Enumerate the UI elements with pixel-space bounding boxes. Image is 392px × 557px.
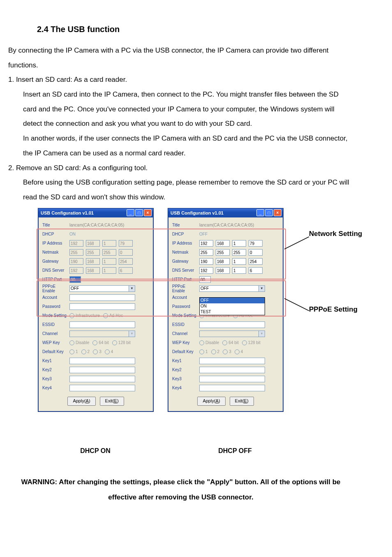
netmask-input[interactable]: 255 255 255 0 xyxy=(199,249,263,256)
minimize-icon[interactable]: _ xyxy=(127,209,134,216)
essid-input[interactable] xyxy=(69,321,135,328)
dns-input[interactable]: 192 168 1 6 xyxy=(199,267,263,274)
label-ip: IP Address xyxy=(42,241,69,245)
radio-adhoc xyxy=(103,313,108,318)
label-key3: Key3 xyxy=(42,377,69,381)
label-key1: Key1 xyxy=(42,358,69,363)
pppoe-option-off[interactable]: OFF xyxy=(200,298,265,303)
maximize-icon[interactable]: □ xyxy=(265,209,273,216)
label-channel: Channel xyxy=(42,331,69,336)
usb-config-dialog-dhcp-off: USB Configuration v1.01 _ □ × Title lanc… xyxy=(168,208,284,412)
http-port-input[interactable]: 80 xyxy=(69,276,81,283)
exit-button[interactable]: Exit(E) xyxy=(230,397,254,406)
pppoe-option-test[interactable]: TEST xyxy=(200,309,265,315)
list-item-1-lead: 1. Insert an SD card: As a card reader. xyxy=(8,72,353,87)
radio-key-4 xyxy=(105,349,110,354)
label-mode: Mode Setting xyxy=(42,313,69,318)
callout-pppoe-setting: PPPoE Setting xyxy=(309,305,357,314)
essid-input[interactable] xyxy=(199,321,265,328)
label-title: Title xyxy=(42,223,69,227)
label-default-key: Default Key xyxy=(172,349,199,354)
chevron-down-icon: ▼ xyxy=(258,331,265,337)
key1-input[interactable] xyxy=(69,358,135,364)
titlebar: USB Configuration v1.01 _ □ × xyxy=(38,208,153,217)
key3-input[interactable] xyxy=(199,376,265,382)
svg-line-1 xyxy=(284,298,309,311)
pppoe-enable-select[interactable]: OFF ▼ xyxy=(69,285,135,292)
pppoe-enable-options[interactable]: OFF ON TEST xyxy=(199,297,265,315)
label-title: Title xyxy=(172,223,199,227)
window-title: USB Configuration v1.01 xyxy=(171,210,224,215)
close-icon[interactable]: × xyxy=(274,209,281,216)
label-dns: DNS Server xyxy=(172,268,199,273)
radio-infrastructure xyxy=(69,313,74,318)
label-key1: Key1 xyxy=(172,358,199,363)
radio-key-2 xyxy=(81,349,86,354)
http-port-input[interactable]: 80 xyxy=(199,276,211,283)
close-icon[interactable]: × xyxy=(144,209,152,216)
password-input[interactable] xyxy=(69,303,135,310)
gateway-input: 190 168 1 254 xyxy=(69,258,133,265)
label-wep: WEP Key xyxy=(42,340,69,345)
body-copy: By connecting the IP Camera with a PC vi… xyxy=(8,43,353,205)
label-pppoe: PPPoE Enable xyxy=(172,284,199,293)
title-value: lancam(CA:CA:CA:CA:CA:05) xyxy=(199,223,254,227)
warning-text: WARNING: After changing the settings, pl… xyxy=(21,474,341,505)
key4-input[interactable] xyxy=(199,385,265,391)
pppoe-option-on[interactable]: ON xyxy=(200,303,265,309)
callout-network-setting: Network Setting xyxy=(309,229,362,238)
minimize-icon[interactable]: _ xyxy=(256,209,264,216)
label-essid: ESSID xyxy=(172,322,199,327)
radio-wep-128 xyxy=(112,340,117,345)
list-item-2-lead: 2. Remove an SD card: As a configuring t… xyxy=(8,161,353,176)
usb-config-dialog-dhcp-on: USB Configuration v1.01 _ □ × Title lanc… xyxy=(38,208,154,412)
title-value: lancam(CA:CA:CA:CA:CA:05) xyxy=(69,223,124,227)
channel-select: ▼ xyxy=(199,331,265,337)
ip-address-input[interactable]: 192 168 1 79 xyxy=(199,240,263,247)
label-key2: Key2 xyxy=(42,367,69,372)
caption-dhcp-off: DHCP OFF xyxy=(178,442,293,455)
radio-key-4 xyxy=(235,349,240,354)
chevron-down-icon: ▼ xyxy=(258,286,265,291)
label-gateway: Gateway xyxy=(42,259,69,263)
chevron-down-icon: ▼ xyxy=(129,331,135,337)
pppoe-enable-select[interactable]: OFF ▼ xyxy=(199,285,265,292)
label-mode: Mode Setting xyxy=(172,313,199,318)
key1-input[interactable] xyxy=(199,358,265,364)
label-default-key: Default Key xyxy=(42,349,69,354)
caption-dhcp-on: DHCP ON xyxy=(38,442,153,455)
radio-wep-64 xyxy=(92,340,97,345)
label-dhcp: DHCP xyxy=(42,232,69,236)
key2-input[interactable] xyxy=(69,367,135,373)
label-password: Password xyxy=(42,304,69,309)
label-key4: Key4 xyxy=(42,386,69,390)
list-item-1-p1: Insert an SD card into the IP Camera, th… xyxy=(23,87,353,131)
exit-button[interactable]: Exit(E) xyxy=(100,397,124,406)
svg-line-0 xyxy=(284,237,309,249)
label-http-port: HTTP Port xyxy=(42,277,69,282)
radio-wep-64 xyxy=(222,340,227,345)
radio-wep-disable xyxy=(199,340,204,345)
channel-select: ▼ xyxy=(69,331,135,337)
label-wep: WEP Key xyxy=(172,340,199,345)
gateway-input[interactable]: 190 168 1 254 xyxy=(199,258,263,265)
label-netmask: Netmask xyxy=(42,250,69,254)
key3-input[interactable] xyxy=(69,376,135,382)
key2-input[interactable] xyxy=(199,367,265,373)
label-password: Password xyxy=(172,304,199,309)
radio-key-1 xyxy=(199,349,204,354)
window-title: USB Configuration v1.01 xyxy=(41,210,94,215)
apply-button[interactable]: Apply(A) xyxy=(197,397,225,406)
ip-address-input: 192 168 1 79 xyxy=(69,240,133,247)
list-item-2-p1: Before using the USB configuration setti… xyxy=(23,175,353,204)
account-input[interactable] xyxy=(69,294,135,301)
titlebar: USB Configuration v1.01 _ □ × xyxy=(168,208,283,217)
key4-input[interactable] xyxy=(69,385,135,391)
chevron-down-icon: ▼ xyxy=(129,286,135,291)
label-http-port: HTTP Port xyxy=(172,277,199,282)
radio-wep-128 xyxy=(242,340,247,345)
apply-button[interactable]: Apply(A) xyxy=(67,397,95,406)
radio-key-3 xyxy=(223,349,228,354)
maximize-icon[interactable]: □ xyxy=(135,209,143,216)
label-essid: ESSID xyxy=(42,322,69,327)
